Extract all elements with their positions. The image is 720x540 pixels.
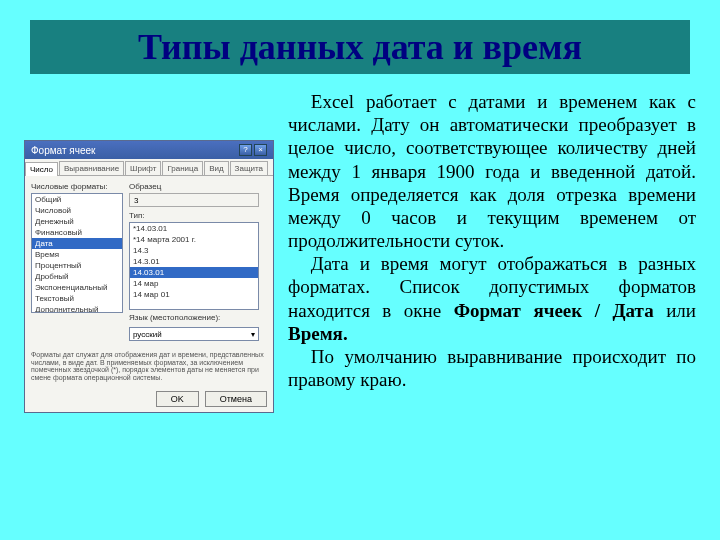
list-item[interactable]: Дробный (32, 271, 122, 282)
paragraph-2-mid: или (654, 300, 696, 321)
dialog-button-bar: OK Отмена (25, 386, 273, 412)
help-icon[interactable]: ? (239, 144, 252, 156)
dialog-tabs: Число Выравнивание Шрифт Граница Вид Защ… (25, 159, 273, 176)
sample-label: Образец (129, 182, 259, 191)
format-cells-dialog: Формат ячеек ? × Число Выравнивание Шриф… (24, 140, 274, 413)
category-list[interactable]: Общий Числовой Денежный Финансовый Дата … (31, 193, 123, 313)
page-title: Типы данных дата и время (30, 20, 690, 74)
chevron-down-icon: ▾ (251, 330, 255, 339)
tab-number[interactable]: Число (25, 162, 58, 176)
article-text: Excel работает с датами и временем как с… (288, 90, 696, 413)
list-item[interactable]: Числовой (32, 205, 122, 216)
type-label: Тип: (129, 211, 259, 220)
dialog-caption: Формат ячеек (31, 145, 95, 156)
list-item[interactable]: Текстовый (32, 293, 122, 304)
locale-value: русский (133, 330, 162, 339)
cancel-button[interactable]: Отмена (205, 391, 267, 407)
tab-view[interactable]: Вид (204, 161, 228, 175)
dialog-titlebar: Формат ячеек ? × (25, 141, 273, 159)
list-item[interactable]: 14.03.01 (130, 267, 258, 278)
list-item[interactable]: Процентный (32, 260, 122, 271)
list-item[interactable]: 14 мар 01 (130, 289, 258, 300)
tab-protect[interactable]: Защита (230, 161, 268, 175)
list-item[interactable]: Финансовый (32, 227, 122, 238)
list-item[interactable]: 14 мар (130, 278, 258, 289)
type-list[interactable]: *14.03.01 *14 марта 2001 г. 14.3 14.3.01… (129, 222, 259, 310)
tab-border[interactable]: Граница (162, 161, 203, 175)
list-item[interactable]: 14.3 (130, 245, 258, 256)
list-item[interactable]: Общий (32, 194, 122, 205)
list-item[interactable]: *14.03.01 (130, 223, 258, 234)
locale-select[interactable]: русский ▾ (129, 327, 259, 341)
paragraph-3: По умолчанию выравнивание про­исходит по… (288, 346, 696, 390)
tab-font[interactable]: Шрифт (125, 161, 161, 175)
list-item[interactable]: Дополнительный (32, 304, 122, 313)
close-icon[interactable]: × (254, 144, 267, 156)
list-item[interactable]: Экспоненциальный (32, 282, 122, 293)
list-item[interactable]: *14 марта 2001 г. (130, 234, 258, 245)
bold-format-cells: Формат ячеек / Дата (454, 300, 654, 321)
bold-time: Время. (288, 323, 348, 344)
category-label: Числовые форматы: (31, 182, 123, 191)
dialog-description: Форматы дат служат для отображения дат и… (25, 347, 273, 386)
locale-label: Язык (местоположение): (129, 313, 259, 322)
list-item[interactable]: 14.3.01 (130, 256, 258, 267)
list-item[interactable]: Денежный (32, 216, 122, 227)
list-item[interactable]: Время (32, 249, 122, 260)
list-item[interactable]: Дата (32, 238, 122, 249)
ok-button[interactable]: OK (156, 391, 199, 407)
content-area: Формат ячеек ? × Число Выравнивание Шриф… (0, 90, 720, 413)
paragraph-1: Excel работает с датами и временем как с… (288, 91, 696, 251)
tab-align[interactable]: Выравнивание (59, 161, 124, 175)
sample-box: 3 (129, 193, 259, 207)
dialog-body: Числовые форматы: Общий Числовой Денежны… (25, 176, 273, 347)
